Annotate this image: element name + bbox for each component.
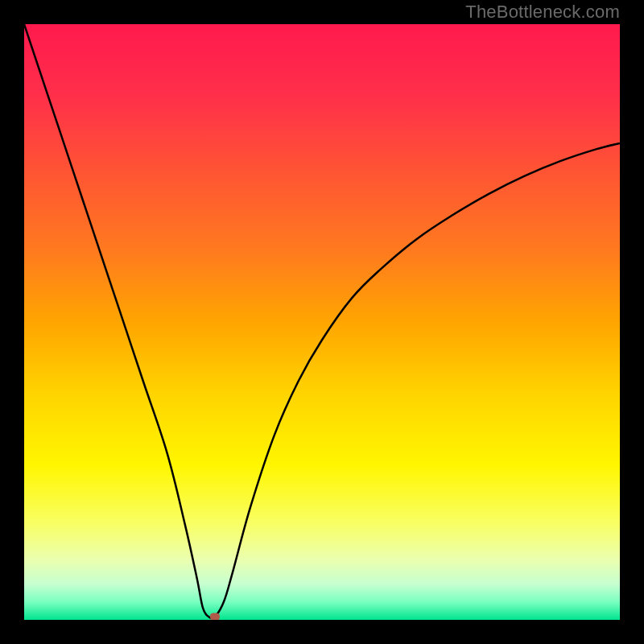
- minimum-marker: [210, 613, 220, 620]
- plot-area: [24, 24, 620, 620]
- curve-layer: [24, 24, 620, 620]
- bottleneck-curve: [24, 24, 620, 618]
- watermark-text: TheBottleneck.com: [465, 2, 620, 23]
- chart-frame: TheBottleneck.com: [0, 0, 644, 644]
